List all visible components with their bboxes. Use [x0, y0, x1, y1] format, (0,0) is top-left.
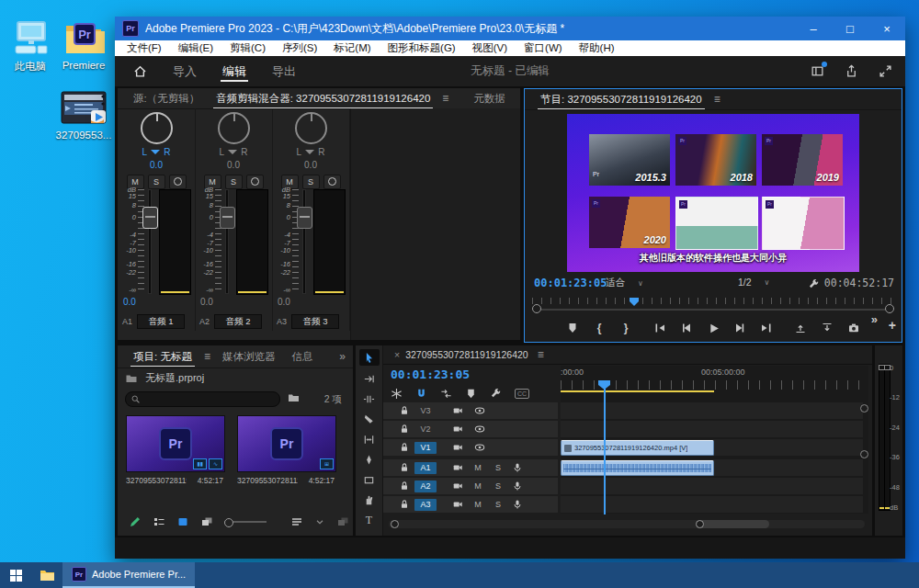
fit-dropdown[interactable]: 适合 ∨ [606, 277, 643, 289]
lock-icon[interactable] [398, 462, 411, 473]
fader-handle[interactable] [220, 207, 235, 229]
panel-menu-icon[interactable]: ≡ [200, 350, 214, 363]
pen-tool[interactable] [359, 453, 380, 467]
tab-source-monitor[interactable]: 源:（无剪辑） [125, 88, 208, 108]
program-timecode[interactable]: 00:01:23:05 [534, 277, 607, 289]
voiceover-mic-icon[interactable] [512, 499, 523, 510]
scrubber-handle-left[interactable] [532, 304, 541, 313]
mute-button[interactable]: M [471, 500, 484, 509]
step-forward-button[interactable] [732, 321, 747, 335]
fader-value[interactable]: 0.0 [123, 297, 136, 307]
program-scrubber[interactable] [532, 298, 894, 312]
pan-value[interactable]: 0.0 [118, 160, 195, 170]
scrubber-handle-right[interactable] [885, 304, 894, 313]
voiceover-mic-icon[interactable] [512, 481, 523, 492]
thumbnail-zoom-slider[interactable] [224, 521, 267, 523]
list-view-icon[interactable] [153, 515, 165, 528]
sort-icon[interactable] [290, 515, 303, 528]
project-item-clip[interactable]: Pr ▮▮ ∿ 327095530728119... 4:52:17 [126, 415, 223, 485]
timeline-timecode[interactable]: 00:01:23:05 [391, 368, 470, 381]
sync-lock-icon[interactable] [451, 499, 464, 510]
panel-menu-icon[interactable]: ≡ [438, 92, 452, 105]
type-tool[interactable]: T [359, 514, 380, 527]
resolution-dropdown[interactable]: 1/2 ∨ [738, 277, 769, 288]
track-name-button[interactable]: 音频 2 [214, 314, 262, 329]
more-tabs-icon[interactable]: » [339, 350, 346, 363]
track-output-eye-icon[interactable] [473, 424, 486, 435]
start-button[interactable] [0, 562, 31, 588]
track-target-badge[interactable]: A3 [414, 499, 437, 511]
track-name-button[interactable]: 音频 3 [291, 314, 339, 329]
track-lane-a2[interactable] [561, 478, 863, 494]
ripple-edit-tool[interactable] [359, 392, 380, 406]
pan-control[interactable]: L R [118, 147, 195, 157]
lock-icon[interactable] [398, 442, 411, 453]
hand-tool[interactable] [359, 493, 380, 507]
tab-project[interactable]: 项目: 无标题 [125, 346, 200, 367]
program-settings-wrench-icon[interactable] [808, 278, 820, 290]
search-input[interactable] [144, 393, 267, 405]
linked-selection-icon[interactable] [440, 388, 452, 400]
writable-pencil-icon[interactable] [129, 515, 142, 528]
zoom-handle-right[interactable] [696, 520, 704, 528]
desktop-icon-premiere-folder[interactable]: Pr Premiere [55, 18, 112, 71]
lift-button[interactable] [793, 321, 808, 335]
lock-icon[interactable] [398, 499, 411, 510]
track-target-badge[interactable]: V1 [414, 442, 437, 454]
home-icon[interactable] [115, 64, 160, 78]
sync-lock-icon[interactable] [451, 442, 464, 453]
maximize-button[interactable]: □ [832, 17, 868, 40]
search-bin-icon[interactable] [287, 391, 301, 404]
panel-menu-icon[interactable]: ≡ [710, 93, 724, 106]
track-name-button[interactable]: 音频 1 [137, 314, 185, 329]
menu-clip[interactable]: 剪辑(C) [221, 41, 274, 55]
voiceover-mic-icon[interactable] [512, 462, 523, 473]
mute-button[interactable]: M [471, 463, 484, 472]
tab-program-monitor[interactable]: 节目: 32709553072811919126420 [532, 89, 710, 109]
horizontal-scrollbar[interactable] [389, 520, 865, 528]
close-sequence-icon[interactable]: × [394, 349, 400, 360]
pan-knob[interactable] [218, 112, 250, 144]
captions-icon[interactable]: CC [515, 389, 529, 399]
track-lane-v3[interactable] [561, 402, 863, 419]
scroll-handle[interactable] [860, 404, 868, 413]
pan-value[interactable]: 0.0 [195, 160, 272, 170]
selection-tool[interactable] [359, 349, 380, 366]
track-output-eye-icon[interactable] [473, 442, 486, 453]
sync-lock-icon[interactable] [451, 481, 464, 492]
search-box[interactable] [125, 391, 280, 407]
pan-control[interactable]: L R [195, 147, 272, 157]
razor-tool[interactable] [359, 413, 380, 426]
workspaces-icon[interactable] [811, 64, 824, 78]
play-button[interactable] [706, 321, 720, 335]
scroll-thumb[interactable] [696, 520, 769, 528]
scroll-handle[interactable] [860, 450, 868, 458]
mute-button[interactable]: M [471, 481, 484, 491]
menu-edit[interactable]: 编辑(E) [170, 41, 221, 55]
nest-sequence-icon[interactable] [391, 388, 403, 400]
pan-knob[interactable] [295, 112, 327, 144]
vertical-scrollbar[interactable] [860, 404, 867, 458]
scrubber-playhead[interactable] [630, 298, 639, 306]
mark-in-button[interactable]: { [592, 321, 607, 335]
tab-metadata[interactable]: 元数据 [465, 88, 514, 108]
export-frame-button[interactable] [846, 321, 861, 335]
sync-lock-icon[interactable] [451, 424, 464, 435]
solo-button[interactable]: S [492, 481, 505, 491]
fader-value[interactable]: 0.0 [278, 297, 290, 307]
chevron-down-icon[interactable] [314, 516, 325, 527]
slip-tool[interactable] [359, 433, 380, 447]
file-explorer-button[interactable] [31, 562, 62, 588]
project-item-sequence[interactable]: Pr ⊞ 32709553072811191... 4:52:17 [237, 415, 335, 485]
tab-info[interactable]: 信息 [283, 346, 321, 367]
mark-out-button[interactable]: } [618, 321, 633, 335]
automate-to-sequence-icon[interactable] [336, 515, 349, 528]
close-button[interactable]: × [868, 17, 905, 40]
add-marker-button[interactable] [565, 321, 580, 335]
sequence-tab[interactable]: 32709553072811919126420 [405, 349, 528, 360]
playhead-line[interactable] [604, 380, 606, 514]
rectangle-tool[interactable] [359, 473, 380, 487]
go-to-in-button[interactable] [652, 321, 667, 335]
sync-lock-icon[interactable] [451, 462, 464, 473]
fullscreen-icon[interactable] [879, 64, 892, 78]
